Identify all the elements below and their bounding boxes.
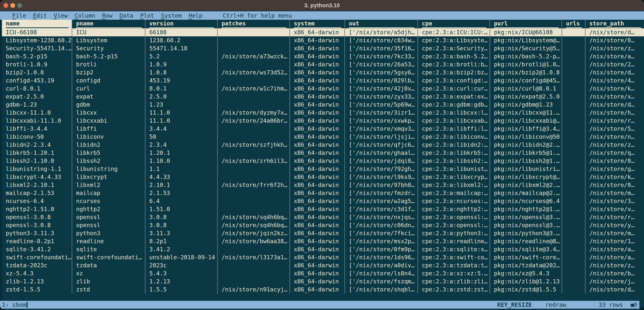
cell-urls[interactable] xyxy=(562,60,586,68)
cell-store_path[interactable]: /nix/store/a… xyxy=(586,245,644,253)
cell-out[interactable]: ['/nix/store/fszqm… xyxy=(345,278,418,286)
cell-system[interactable]: x86_64-darwin xyxy=(290,229,345,237)
cell-patches[interactable]: /nix/store/frr6f2h… xyxy=(218,181,290,189)
cell-version[interactable]: 2.10.1 xyxy=(146,181,218,189)
cell-pname[interactable]: libxcrypt xyxy=(72,173,146,181)
cell-system[interactable]: x86_64-darwin xyxy=(290,125,345,133)
cell-version[interactable]: 1.5.5 xyxy=(146,286,218,294)
cell-store_path[interactable]: /nix/store/k… xyxy=(586,85,644,93)
cell-patches[interactable] xyxy=(218,133,290,141)
cell-patches[interactable]: /nix/store/zrh6il3… xyxy=(218,157,290,165)
cell-pname[interactable]: libidn2 xyxy=(72,141,146,149)
cell-cpe[interactable]: cpe:2.3:a:bash-5.2… xyxy=(418,52,490,60)
column-header-purl[interactable]: purl xyxy=(490,20,562,28)
menu-column[interactable]: Column xyxy=(74,12,95,19)
cell-store_path[interactable]: /nix/store/3… xyxy=(586,197,644,205)
cell-version[interactable]: 1.51.0 xyxy=(146,205,218,213)
cell-name[interactable]: libcxx-11.1.0 xyxy=(2,109,72,117)
cell-system[interactable]: x86_64-darwin xyxy=(290,213,345,221)
cell-patches[interactable]: /nix/store/ws73d52… xyxy=(218,68,290,77)
menu-help[interactable]: Help xyxy=(188,12,202,19)
cell-version[interactable]: 66108 xyxy=(146,28,218,36)
cell-pname[interactable]: libxml2 xyxy=(72,181,146,189)
cell-purl[interactable]: pkg:nix/gdbm@1.23 xyxy=(490,101,562,109)
cell-system[interactable]: x86_64-darwin xyxy=(290,52,345,60)
cell-urls[interactable] xyxy=(562,237,586,245)
cell-purl[interactable]: pkg:nix/libcxx@11.… xyxy=(490,109,562,117)
cell-urls[interactable] xyxy=(562,286,586,294)
cell-patches[interactable]: /nix/store/a73wzck… xyxy=(218,52,290,60)
cell-version[interactable]: unstable-2018-09-14 xyxy=(146,253,218,261)
cell-urls[interactable] xyxy=(562,278,586,286)
cell-system[interactable]: x86_64-darwin xyxy=(290,245,345,253)
cell-purl[interactable]: pkg:nix/bzip2@1.0.8 xyxy=(490,68,562,77)
cell-name[interactable]: libunistring-1.1 xyxy=(2,165,72,173)
cell-version[interactable]: 3.4.4 xyxy=(146,125,218,133)
cell-system[interactable]: x86_64-darwin xyxy=(290,221,345,229)
cell-out[interactable]: ['/nix/store/35f16… xyxy=(345,44,418,52)
cell-cpe[interactable]: cpe:2.3:a:ICU:ICU:… xyxy=(418,28,490,36)
column-header-system[interactable]: system xyxy=(290,20,345,28)
cell-cpe[interactable]: cpe:2.3:a:libxcryp… xyxy=(418,173,490,181)
cell-cpe[interactable]: cpe:2.3:a:curl:cur… xyxy=(418,85,490,93)
cell-system[interactable]: x86_64-darwin xyxy=(290,149,345,157)
cell-version[interactable]: 1.0.8 xyxy=(146,68,218,77)
column-header-version[interactable]: version xyxy=(146,20,218,28)
cell-version[interactable]: 1.1 xyxy=(146,165,218,173)
cell-name[interactable]: xz-5.4.3 xyxy=(2,269,72,278)
cell-system[interactable]: x86_64-darwin xyxy=(290,173,345,181)
cell-urls[interactable] xyxy=(562,68,586,77)
cell-urls[interactable] xyxy=(562,149,586,157)
cell-system[interactable]: x86_64-darwin xyxy=(290,269,345,278)
cell-out[interactable]: ['/nix/store/42j0x… xyxy=(345,85,418,93)
cell-cpe[interactable]: cpe:2.3:a:sqlite:s… xyxy=(418,245,490,253)
cell-out[interactable]: ['/nix/store/029lb… xyxy=(345,77,418,85)
column-header-name[interactable]: name xyxy=(2,20,72,28)
cell-purl[interactable]: pkg:nix/bash-5.2-p… xyxy=(490,52,562,60)
cell-purl[interactable]: pkg:nix/libkrb5@1.… xyxy=(490,149,562,157)
cell-version[interactable]: 1238.60.2 xyxy=(146,36,218,44)
cell-name[interactable]: libkrb5-1.20.1 xyxy=(2,149,72,157)
cell-purl[interactable]: pkg:nix/tzdata@202… xyxy=(490,261,562,269)
cell-out[interactable]: ['/nix/store/shqbl… xyxy=(345,286,418,294)
cell-urls[interactable] xyxy=(562,141,586,149)
cell-store_path[interactable]: /nix/store/m… xyxy=(586,229,644,237)
cell-urls[interactable] xyxy=(562,28,586,36)
cell-pname[interactable]: openssl xyxy=(72,221,146,229)
cell-cpe[interactable]: cpe:2.3:a:libkrb5:… xyxy=(418,149,490,157)
cell-system[interactable]: x86_64-darwin xyxy=(290,261,345,269)
cell-name[interactable]: ncurses-6.4 xyxy=(2,197,72,205)
cell-name[interactable]: swift-corefoundati… xyxy=(2,253,72,261)
cell-system[interactable]: x86_64-darwin xyxy=(290,157,345,165)
cell-purl[interactable]: pkg:nix/swift-core… xyxy=(490,253,562,261)
cell-store_path[interactable]: /nix/store/0… xyxy=(586,36,644,44)
cell-store_path[interactable]: /nix/store/g… xyxy=(586,165,644,173)
cell-pname[interactable]: python3 xyxy=(72,229,146,237)
cell-urls[interactable] xyxy=(562,245,586,253)
cell-system[interactable]: x86_64-darwin xyxy=(290,189,345,197)
cell-out[interactable]: ['/nix/store/0fm9p… xyxy=(345,245,418,253)
cell-version[interactable]: 2.3.4 xyxy=(146,141,218,149)
cell-store_path[interactable]: /nix/store/a… xyxy=(586,253,644,261)
cell-name[interactable]: brotli-1.0.9 xyxy=(2,60,72,68)
cell-urls[interactable] xyxy=(562,197,586,205)
cell-system[interactable]: x86_64-darwin xyxy=(290,93,345,101)
cell-out[interactable]: ['/nix/store/l9ks9… xyxy=(345,173,418,181)
cell-system[interactable]: x86_64-darwin xyxy=(290,133,345,141)
cell-patches[interactable] xyxy=(218,197,290,205)
cell-out[interactable]: ['/nix/store/7fkci… xyxy=(345,229,418,237)
cell-pname[interactable]: bzip2 xyxy=(72,68,146,77)
cell-store_path[interactable]: /nix/store/d… xyxy=(586,68,644,77)
column-header-store_path[interactable]: store_path xyxy=(586,20,644,28)
cell-store_path[interactable]: /nix/store/j… xyxy=(586,278,644,286)
cell-purl[interactable]: pkg:nix/readline@8… xyxy=(490,237,562,245)
cell-cpe[interactable]: cpe:2.3:a:openssl:… xyxy=(418,221,490,229)
cell-store_path[interactable]: /nix/store/d… xyxy=(586,286,644,294)
cell-patches[interactable] xyxy=(218,77,290,85)
cell-purl[interactable]: pkg:nix/zlib@1.2.13 xyxy=(490,278,562,286)
cell-system[interactable]: x86_64-darwin xyxy=(290,109,345,117)
cell-purl[interactable]: pkg:nix/ncurses@6.4 xyxy=(490,197,562,205)
cell-name[interactable]: readline-8.2p1 xyxy=(2,237,72,245)
cell-store_path[interactable]: /nix/store/1… xyxy=(586,237,644,245)
sheet-prompt[interactable]: 1› sbom xyxy=(2,302,26,308)
